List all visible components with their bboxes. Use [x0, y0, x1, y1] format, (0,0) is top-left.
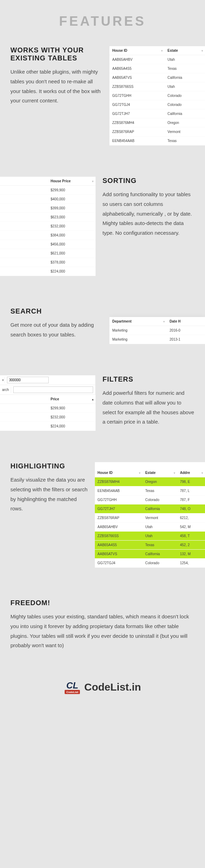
table-row: GG72TJH7California748, O	[95, 504, 205, 514]
search-input[interactable]	[13, 386, 93, 393]
heading-highlighting: HIGHLIGHTING	[10, 462, 88, 470]
body-search: Get more out of your data by adding sear…	[10, 320, 102, 340]
table-highlighting: House ID▾Estate▾Addre▾ ZZBS876MH4Oregon7…	[95, 462, 205, 568]
table-row: $384,000	[0, 231, 96, 240]
section-sorting: House Price▾ $299,900$400,000$399,000$62…	[0, 177, 205, 307]
heading-existing-tables: WORKS WITH YOUR EXISTING TABLES	[10, 46, 102, 62]
body-existing-tables: Unlike other table plugins, with mighty …	[10, 67, 102, 106]
col-price[interactable]: Price▴	[48, 395, 96, 404]
table-header[interactable]: Estate▾	[165, 46, 205, 55]
filter-input-price[interactable]	[7, 377, 49, 383]
table-row: $232,000	[0, 222, 96, 231]
body-highlighting: Easily visualize the data you are select…	[10, 475, 88, 514]
table-row: $299,900	[0, 404, 96, 413]
heading-filters: FILTERS	[102, 375, 195, 383]
table-row: GG72TGHHColorado	[109, 91, 205, 100]
table-row: AAB65AHBVUtah	[109, 55, 205, 64]
table-header[interactable]: House ID▾	[109, 46, 165, 55]
table-row: $224,000	[0, 422, 96, 431]
table-row: GG72TGJ4Colorado	[109, 100, 205, 109]
table-row: AAB65A4S5Texas452, 2	[95, 541, 205, 550]
table-row: Marketing2013-1	[109, 335, 205, 344]
table-search: Department▾Date H Marketing2016-0Marketi…	[109, 317, 205, 344]
table-row: AAB65A4S5Texas	[109, 64, 205, 73]
heading-search: SEARCH	[10, 307, 102, 315]
col-house-price[interactable]: House Price▾	[48, 177, 96, 186]
body-freedom: Mighty tables uses your existing, standa…	[10, 612, 195, 650]
section-existing-tables: WORKS WITH YOUR EXISTING TABLES Unlike o…	[0, 46, 205, 177]
sort-icon: ▾	[92, 180, 93, 183]
filter-dropdown-icon[interactable]: ▾	[0, 377, 5, 383]
table-sorting: House Price▾ $299,900$400,000$399,000$62…	[0, 177, 96, 276]
table-row: $400,000	[0, 195, 96, 204]
table-header[interactable]: Department▾	[109, 317, 167, 326]
svg-text:CodeList: CodeList	[66, 691, 79, 694]
table-row: Marketing2016-0	[109, 326, 205, 335]
table-row: GG72TGJ4Colorado1254,	[95, 559, 205, 568]
table-existing: House ID▾Estate▾ AAB65AHBVUtahAAB65A4S5T…	[109, 46, 205, 145]
body-filters: Add powerful filters for numeric and dat…	[102, 388, 195, 427]
heading-sorting: SORTING	[102, 177, 195, 185]
sort-asc-icon: ▴	[92, 398, 93, 401]
table-row: $623,000	[0, 213, 96, 222]
table-row: EENB454AABTexas	[109, 136, 205, 145]
table-row: $232,000	[0, 413, 96, 422]
table-filters: ▾ arch Price▴ $299,900$232,000$224,000	[0, 375, 96, 431]
table-row: AAB65ATVSCalifornia	[109, 73, 205, 82]
section-filters: ▾ arch Price▴ $299,900$232,000$224,000	[0, 375, 205, 462]
table-row: AAB65AHBVUtah542, M	[95, 523, 205, 532]
table-row: ZZBS876MH4Oregon798, E	[95, 477, 205, 486]
body-sorting: Add sorting functionality to your tables…	[102, 190, 195, 238]
brand-logo: CodeList CL CodeList.in	[0, 671, 205, 710]
table-header[interactable]: Date H	[167, 317, 205, 326]
search-label: arch	[0, 386, 11, 393]
section-freedom: FREEDOM! Mighty tables uses your existin…	[0, 599, 205, 671]
table-row: ZZBS876MH4Oregon	[109, 118, 205, 127]
table-header[interactable]: House ID▾	[95, 468, 142, 477]
section-search: SEARCH Get more out of your data by addi…	[0, 307, 205, 375]
table-row: $399,000	[0, 204, 96, 213]
logo-mark-icon: CodeList CL	[64, 678, 81, 696]
table-row: EENB454AABTexas787, L	[95, 486, 205, 495]
table-header[interactable]: Estate▾	[142, 468, 177, 477]
table-row: GG72TGHHColorado787, F	[95, 495, 205, 504]
table-row: ZZBS8766SSUtah	[109, 82, 205, 91]
table-row: $456,000	[0, 240, 96, 249]
table-row: ZZBS876RAPVermont6212,	[95, 514, 205, 523]
table-row: $224,000	[0, 267, 96, 276]
logo-text: CodeList.in	[84, 681, 141, 693]
table-row: $299,900	[0, 186, 96, 195]
table-row: AAB65ATVSCalifornia132, M	[95, 550, 205, 559]
table-header[interactable]: Addre▾	[177, 468, 205, 477]
table-row: $621,000	[0, 249, 96, 258]
page-title: FEATURES	[0, 0, 205, 46]
table-row: $378,000	[0, 258, 96, 267]
section-highlighting: HIGHLIGHTING Easily visualize the data y…	[0, 462, 205, 599]
table-row: GG72TJH7California	[109, 109, 205, 118]
svg-text:CL: CL	[66, 680, 79, 691]
table-row: ZZBS876RAPVermont	[109, 127, 205, 136]
heading-freedom: FREEDOM!	[10, 599, 195, 607]
table-row: ZZBS8766SSUtah458, T	[95, 532, 205, 541]
